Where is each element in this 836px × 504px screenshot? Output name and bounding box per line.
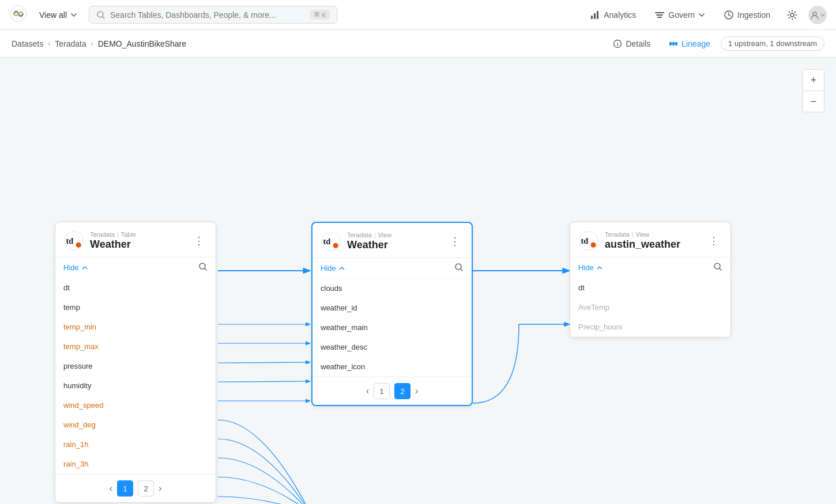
field-temp-min: temp_min — [55, 317, 216, 337]
left-page-1[interactable]: 1 — [117, 480, 133, 497]
right-card-menu-button[interactable]: ⋮ — [705, 233, 722, 248]
field-dt-left: dt — [55, 278, 216, 298]
field-rain-1h: rain_1h — [55, 435, 216, 454]
center-page-2[interactable]: 2 — [394, 383, 411, 399]
search-input[interactable] — [110, 10, 306, 20]
svg-point-27 — [591, 242, 596, 248]
view-all-label: View all — [39, 10, 67, 20]
center-card-search-button[interactable] — [454, 263, 464, 274]
search-fields-icon-left — [198, 262, 208, 271]
govern-label: Govern — [668, 10, 695, 20]
search-fields-icon-right — [713, 262, 722, 271]
svg-rect-15 — [675, 42, 677, 46]
search-icon — [96, 10, 106, 20]
lineage-badge: 1 upstream, 1 downstream — [721, 36, 824, 51]
avatar-chevron-icon — [820, 12, 826, 18]
right-card-hide-button[interactable]: Hide — [578, 263, 603, 272]
field-dt-right: dt — [570, 278, 730, 298]
center-page-prev[interactable]: ‹ — [366, 386, 369, 396]
settings-button[interactable] — [783, 6, 801, 24]
svg-rect-5 — [655, 12, 664, 13]
view-all-button[interactable]: View all — [35, 8, 82, 22]
field-pressure: pressure — [55, 357, 216, 376]
svg-rect-13 — [669, 42, 672, 46]
field-weather-main: weather_main — [312, 318, 472, 338]
svg-text:td: td — [323, 237, 331, 246]
left-page-prev[interactable]: ‹ — [110, 483, 112, 494]
details-icon: i — [613, 39, 622, 48]
left-card-menu-button[interactable]: ⋮ — [190, 233, 208, 248]
field-weather-id: weather_id — [312, 298, 472, 318]
left-card-source: Teradata | Table — [90, 231, 136, 238]
field-temp-max: temp_max — [55, 337, 216, 357]
center-card-hide-button[interactable]: Hide — [321, 264, 345, 272]
center-card-header: td Teradata | View Weather ⋮ — [312, 223, 472, 258]
lineage-icon — [669, 39, 678, 48]
analytics-nav-item[interactable]: Analytics — [584, 6, 642, 24]
field-temp: temp — [55, 298, 216, 317]
left-page-next[interactable]: › — [159, 483, 161, 494]
svg-point-9 — [790, 13, 794, 17]
field-humidity: humidity — [55, 376, 216, 396]
svg-text:i: i — [617, 41, 619, 47]
keyboard-hint: ⌘ K — [310, 10, 329, 20]
center-card-menu-button[interactable]: ⋮ — [446, 234, 464, 249]
zoom-controls: + − — [803, 69, 824, 112]
center-page-next[interactable]: › — [415, 386, 418, 396]
center-card-fields: Hide clouds weather_id weather_main weat… — [312, 258, 472, 377]
left-card: td Teradata | Table Weather ⋮ Hide — [55, 222, 216, 503]
svg-rect-3 — [594, 13, 596, 19]
breadcrumb-sep-2: › — [91, 40, 93, 48]
tab-group: i Details Lineage 1 upstream, 1 downstre… — [605, 36, 824, 52]
zoom-out-button[interactable]: − — [803, 91, 824, 112]
field-wind-deg: wind_deg — [55, 415, 216, 435]
left-card-hide-button[interactable]: Hide — [63, 263, 88, 272]
settings-icon — [786, 9, 798, 21]
analytics-icon — [590, 10, 600, 20]
ingestion-icon — [724, 10, 734, 20]
svg-point-23 — [333, 243, 338, 248]
center-page-1[interactable]: 1 — [374, 383, 390, 399]
right-card-search-button[interactable] — [713, 262, 722, 273]
left-card-search-button[interactable] — [198, 262, 208, 273]
left-card-fields: Hide dt temp temp_min temp_max pressure … — [55, 257, 216, 474]
ingestion-label: Ingestion — [737, 10, 770, 20]
ingestion-nav-item[interactable]: Ingestion — [718, 6, 776, 24]
field-rain-3h: rain_3h — [55, 454, 216, 474]
tab-lineage[interactable]: Lineage — [661, 36, 718, 52]
field-precip-hours: Precip_hours — [570, 317, 730, 337]
chevron-up-icon-right — [596, 264, 603, 271]
chevron-up-icon-left — [81, 264, 88, 271]
left-page-2[interactable]: 2 — [138, 480, 154, 497]
breadcrumb-current: DEMO_AustinBikeShare — [98, 39, 186, 48]
svg-rect-7 — [657, 17, 662, 18]
lineage-canvas: + − — [0, 58, 836, 504]
svg-point-19 — [76, 242, 81, 248]
field-weather-desc: weather_desc — [312, 338, 472, 357]
top-navigation: View all ⌘ K Analytics Govern — [0, 0, 836, 30]
center-card-title: Weather — [347, 239, 391, 251]
avatar[interactable] — [808, 6, 827, 24]
right-card-source: Teradata | View — [605, 231, 680, 238]
chevron-up-icon-center — [338, 265, 345, 272]
svg-rect-2 — [591, 16, 593, 19]
right-card-header: td Teradata | View austin_weather ⋮ — [570, 222, 730, 257]
breadcrumb-bar: Datasets › Teradata › DEMO_AustinBikeSha… — [0, 30, 836, 58]
svg-rect-14 — [672, 42, 675, 46]
svg-text:td: td — [581, 236, 589, 245]
govern-nav-item[interactable]: Govern — [649, 6, 711, 24]
right-card: td Teradata | View austin_weather ⋮ Hide — [570, 222, 731, 338]
analytics-label: Analytics — [604, 10, 636, 20]
app-logo — [9, 5, 28, 25]
left-card-pagination: ‹ 1 2 › — [55, 474, 216, 502]
td-logo-left: td — [63, 230, 84, 251]
center-card-pagination: ‹ 1 2 › — [312, 377, 472, 405]
left-card-title: Weather — [90, 238, 136, 251]
search-bar: ⌘ K — [89, 6, 337, 24]
tab-details[interactable]: i Details — [605, 36, 658, 52]
breadcrumb-datasets[interactable]: Datasets — [12, 39, 43, 48]
td-logo-right: td — [578, 230, 599, 251]
zoom-in-button[interactable]: + — [803, 70, 824, 90]
breadcrumb-teradata[interactable]: Teradata — [55, 39, 86, 48]
details-label: Details — [626, 39, 650, 48]
